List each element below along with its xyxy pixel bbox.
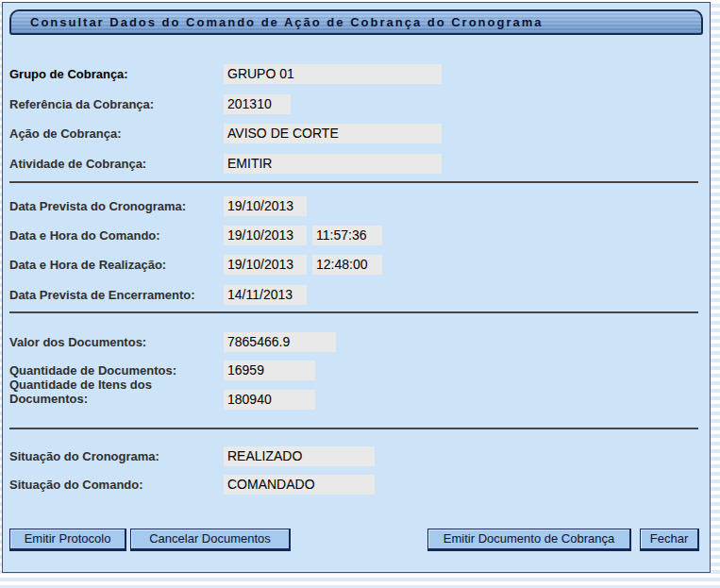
acao-de-cobranca-value: AVISO DE CORTE: [224, 124, 442, 143]
section-separator: [9, 311, 698, 313]
referencia-da-cobranca-label: Referência da Cobrança:: [9, 94, 219, 114]
data-hora-realizacao-label: Data e Hora de Realização:: [9, 255, 219, 275]
situacao-cronograma-value: REALIZADO: [224, 446, 375, 466]
situacao-cronograma-label: Situação do Cronograma:: [9, 446, 219, 466]
row-valor-documentos: Valor dos Documentos: 7865466.9: [3, 332, 710, 352]
row-quantidade-itens-documentos-field: 180940: [3, 390, 710, 410]
data-prevista-encerramento-label: Data Prevista de Encerramento:: [9, 285, 219, 305]
situacao-comando-value: COMANDADO: [224, 475, 375, 495]
referencia-da-cobranca-value: 201310: [224, 94, 291, 114]
dialog-titlebar: Consultar Dados do Comando de Ação de Co…: [9, 9, 703, 35]
row-situacao-cronograma: Situação do Cronograma: REALIZADO: [3, 446, 710, 466]
data-hora-comando-label: Data e Hora do Comando:: [9, 226, 219, 245]
atividade-de-cobranca-label: Atividade de Cobrança:: [9, 154, 219, 174]
grupo-de-cobranca-label: Grupo de Cobrança:: [9, 64, 219, 84]
fechar-button[interactable]: Fechar: [640, 529, 699, 551]
row-situacao-comando: Situação do Comando: COMANDADO: [3, 475, 710, 495]
dialog-title: Consultar Dados do Comando de Ação de Co…: [11, 15, 544, 29]
row-atividade-de-cobranca: Atividade de Cobrança: EMITIR: [3, 154, 710, 174]
data-hora-comando-time-value: 11:57:36: [312, 226, 382, 245]
dialog-panel: Consultar Dados do Comando de Ação de Co…: [2, 2, 711, 573]
data-prevista-cronograma-value: 19/10/2013: [224, 196, 307, 216]
page: { "window": { "title": "Consultar Dados …: [0, 0, 720, 588]
row-data-prevista-cronograma: Data Prevista do Cronograma: 19/10/2013: [3, 196, 710, 216]
row-data-prevista-encerramento: Data Prevista de Encerramento: 14/11/201…: [3, 285, 710, 305]
row-data-hora-comando: Data e Hora do Comando: 19/10/2013 11:57…: [3, 226, 710, 245]
row-grupo-de-cobranca: Grupo de Cobrança: GRUPO 01: [3, 64, 710, 84]
emitir-protocolo-button[interactable]: Emitir Protocolo: [9, 529, 126, 551]
quantidade-itens-documentos-value: 180940: [224, 390, 315, 410]
emitir-documento-cobranca-button[interactable]: Emitir Documento de Cobrança: [427, 529, 631, 551]
grupo-de-cobranca-value: GRUPO 01: [224, 64, 442, 84]
row-data-hora-realizacao: Data e Hora de Realização: 19/10/2013 12…: [3, 255, 710, 275]
data-hora-comando-date-value: 19/10/2013: [224, 226, 307, 245]
row-referencia-da-cobranca: Referência da Cobrança: 201310: [3, 94, 710, 114]
valor-documentos-label: Valor dos Documentos:: [9, 332, 219, 352]
valor-documentos-value: 7865466.9: [224, 332, 336, 352]
data-prevista-encerramento-value: 14/11/2013: [224, 285, 307, 305]
atividade-de-cobranca-value: EMITIR: [224, 154, 442, 174]
data-hora-realizacao-date-value: 19/10/2013: [224, 255, 307, 275]
row-acao-de-cobranca: Ação de Cobrança: AVISO DE CORTE: [3, 124, 710, 143]
section-separator: [9, 428, 698, 429]
section-separator: [9, 181, 698, 183]
data-prevista-cronograma-label: Data Prevista do Cronograma:: [9, 196, 219, 216]
cancelar-documentos-button[interactable]: Cancelar Documentos: [130, 529, 291, 551]
acao-de-cobranca-label: Ação de Cobrança:: [9, 124, 219, 143]
data-hora-realizacao-time-value: 12:48:00: [312, 255, 382, 275]
situacao-comando-label: Situação do Comando:: [9, 475, 219, 495]
